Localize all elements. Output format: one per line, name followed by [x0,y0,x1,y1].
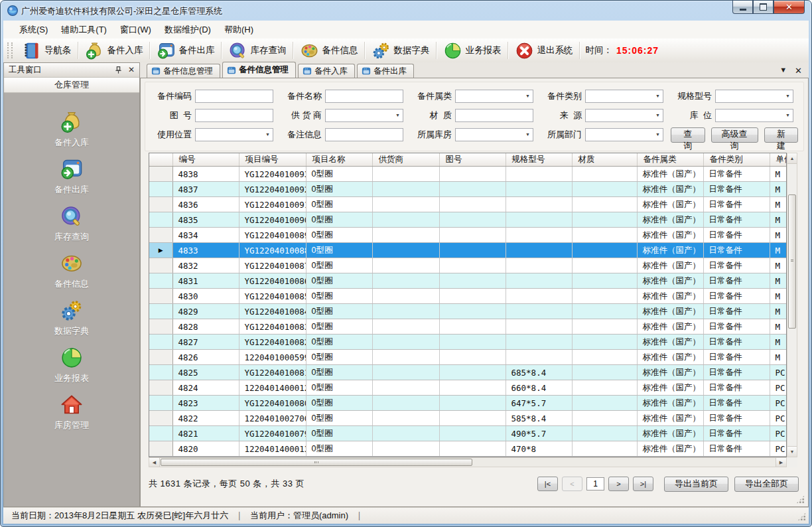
cell-id[interactable]: 4832 [172,258,239,273]
cell-material[interactable] [572,167,637,182]
table-row[interactable]: 4834YG122040100890型圈标准件（国产）日常备件M [149,228,787,243]
table-row[interactable]: 4831YG122040100860型圈标准件（国产）日常备件M [149,273,787,289]
cell-project_name[interactable]: 0型圈 [306,365,372,380]
cell-project_name[interactable]: 0型圈 [306,212,372,228]
last-page-button[interactable]: >| [633,477,653,491]
cell-project_no[interactable]: YG12204010086 [239,273,306,289]
cell-material[interactable] [572,273,637,289]
table-row[interactable]: 482012204014000130型圈470*8标准件（国产）日常备件PC [149,441,787,457]
cell-project_name[interactable]: 0型圈 [306,411,372,426]
cell-id[interactable]: 4823 [172,396,239,411]
cell-category[interactable]: 标准件（国产） [637,212,703,228]
table-row[interactable]: 4832YG122040100870型圈标准件（国产）日常备件M [149,258,787,273]
cell-type[interactable]: 日常备件 [703,350,770,365]
cell-type[interactable]: 日常备件 [703,243,770,258]
horizontal-scrollbar[interactable]: ◀ ▶ [149,457,787,467]
cell-supplier[interactable] [372,212,439,228]
cell-id[interactable]: 4824 [172,380,239,396]
cell-supplier[interactable] [372,182,439,197]
cell-spec[interactable] [506,228,572,243]
toolbar-button-nav-bar[interactable]: 导航条 [17,40,76,62]
cell-drawing_no[interactable] [439,304,506,319]
cell-unit[interactable]: PC [770,365,787,380]
cell-drawing_no[interactable] [439,243,506,258]
department-select[interactable] [585,128,663,141]
tab-close-icon[interactable]: ✕ [795,66,802,76]
cell-spec[interactable] [506,289,572,304]
table-row[interactable]: 482212204010027000型圈585*8.4标准件（国产）日常备件PC [149,411,787,426]
cell-spec[interactable]: 660*8.4 [506,380,572,396]
minimize-button[interactable] [732,1,753,14]
cell-unit[interactable]: M [770,182,787,197]
cell-spec[interactable] [506,335,572,350]
cell-type[interactable]: 日常备件 [703,335,770,350]
scroll-down-icon[interactable]: ▼ [787,446,797,457]
part-type-select[interactable] [585,90,663,103]
cell-project_no[interactable]: YG12204010080 [239,396,306,411]
cell-material[interactable] [572,350,637,365]
cell-drawing_no[interactable] [439,228,506,243]
row-selector-cell[interactable] [149,273,172,289]
cell-spec[interactable] [506,350,572,365]
table-row[interactable]: 4837YG122040100920型圈标准件（国产）日常备件M [149,182,787,197]
cell-project_name[interactable]: 0型圈 [306,426,372,441]
cell-category[interactable]: 标准件（国产） [637,289,703,304]
cell-drawing_no[interactable] [439,396,506,411]
cell-category[interactable]: 标准件（国产） [637,182,703,197]
cell-project_name[interactable]: 0型圈 [306,396,372,411]
menu-data-maintenance[interactable]: 数据维护(D) [158,21,218,38]
cell-supplier[interactable] [372,258,439,273]
sidebar-item-data-dictionary[interactable]: 数据字典 [54,299,89,337]
cell-unit[interactable]: M [770,197,787,212]
cell-category[interactable]: 标准件（国产） [637,350,703,365]
cell-drawing_no[interactable] [439,167,506,182]
column-header[interactable]: 规格型号 [506,153,572,167]
row-selector-cell[interactable] [149,197,172,212]
cell-supplier[interactable] [372,441,439,457]
export-current-page-button[interactable]: 导出当前页 [664,477,728,492]
cell-material[interactable] [572,212,637,228]
cell-material[interactable] [572,365,637,380]
cell-project_name[interactable]: 0型圈 [306,243,372,258]
row-selector-cell[interactable] [149,167,172,182]
cell-project_name[interactable]: 0型圈 [306,335,372,350]
cell-unit[interactable]: M [770,212,787,228]
cell-id[interactable]: 4828 [172,319,239,335]
table-row[interactable]: 4821YG122040100790型圈490*5.7标准件（国产）日常备件PC [149,426,787,441]
cell-category[interactable]: 标准件（国产） [637,396,703,411]
cell-drawing_no[interactable] [439,365,506,380]
cell-unit[interactable]: M [770,228,787,243]
cell-drawing_no[interactable] [439,441,506,457]
cell-unit[interactable]: M [770,273,787,289]
cell-material[interactable] [572,243,637,258]
toolbar-button-stock-in[interactable]: 备件入库 [80,40,148,62]
window-resize-grip[interactable] [797,512,806,521]
toolbar-button-business-report[interactable]: 业务报表 [439,40,506,62]
cell-type[interactable]: 日常备件 [703,258,770,273]
cell-material[interactable] [572,319,637,335]
cell-spec[interactable]: 470*8 [506,441,572,457]
cell-spec[interactable] [506,273,572,289]
part-name-input[interactable] [325,90,403,103]
cell-supplier[interactable] [372,304,439,319]
cell-category[interactable]: 标准件（国产） [637,380,703,396]
cell-supplier[interactable] [372,289,439,304]
drawing-no-input[interactable] [195,109,273,122]
vertical-scroll-thumb[interactable] [788,194,796,329]
cell-project_name[interactable]: 0型圈 [306,258,372,273]
cell-type[interactable]: 日常备件 [703,380,770,396]
cell-category[interactable]: 标准件（国产） [637,228,703,243]
cell-project_no[interactable]: 1220401400013 [239,441,306,457]
cell-project_no[interactable]: 1220401002700 [239,411,306,426]
page-number-input[interactable] [586,477,604,490]
row-selector-cell[interactable] [149,228,172,243]
cell-material[interactable] [572,411,637,426]
cell-id[interactable]: 4835 [172,212,239,228]
cell-material[interactable] [572,197,637,212]
cell-id[interactable]: 4830 [172,289,239,304]
cell-spec[interactable] [506,258,572,273]
cell-type[interactable]: 日常备件 [703,197,770,212]
cell-id[interactable]: 4821 [172,426,239,441]
cell-type[interactable]: 日常备件 [703,411,770,426]
cell-supplier[interactable] [372,243,439,258]
